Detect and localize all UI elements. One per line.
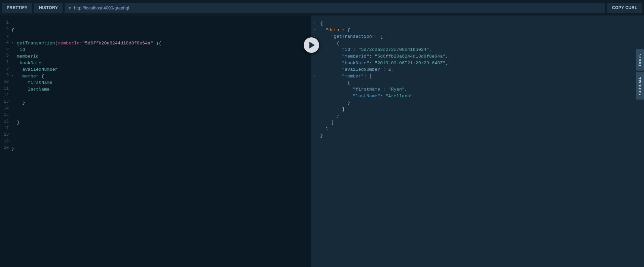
result-line: { xyxy=(320,79,448,86)
result-line: } xyxy=(320,99,448,106)
fold-marker-icon xyxy=(311,126,318,133)
line-number: 12 xyxy=(0,93,10,100)
code-line[interactable] xyxy=(11,139,311,146)
result-line: "lastName": "Arellano" xyxy=(320,93,448,100)
line-number: 20 xyxy=(0,145,10,152)
fold-marker-icon xyxy=(311,106,318,113)
code-line[interactable]: } xyxy=(11,119,311,126)
fold-marker-icon xyxy=(311,99,318,106)
code-line[interactable]: id xyxy=(11,46,311,53)
code-line[interactable] xyxy=(11,132,311,139)
result-pane: ▾▾▾▾▾ { "data": { "getTransaction": [ { … xyxy=(311,15,644,267)
status-dot-icon xyxy=(69,7,71,9)
fold-marker-icon xyxy=(311,86,318,93)
main-area: 12▾34▾56789▾1011121314151617181920 { get… xyxy=(0,15,644,267)
line-number: 1 xyxy=(0,20,10,27)
result-line: { xyxy=(320,20,448,27)
result-line: "firstName": "Ryan", xyxy=(320,86,448,93)
fold-marker-icon xyxy=(311,112,318,119)
code-line[interactable]: } xyxy=(11,99,311,106)
line-number: 18 xyxy=(0,132,10,139)
result-line: ] xyxy=(320,119,448,126)
line-number: 4▾ xyxy=(0,40,10,47)
code-line[interactable]: member { xyxy=(11,73,311,80)
history-button[interactable]: HISTORY xyxy=(34,3,63,13)
result-line: } xyxy=(320,132,448,139)
prettify-button[interactable]: PRETTIFY xyxy=(2,3,32,13)
fold-marker-icon xyxy=(311,60,318,67)
fold-marker-icon xyxy=(311,53,318,60)
result-line: "id": "5d72cda3c272c700041bb024", xyxy=(320,46,448,53)
code-line[interactable]: firstName xyxy=(11,79,311,86)
code-line[interactable] xyxy=(11,126,311,133)
fold-marker-icon[interactable]: ▾ xyxy=(311,20,318,27)
line-gutter: 12▾34▾56789▾1011121314151617181920 xyxy=(0,20,10,152)
line-number: 13 xyxy=(0,99,10,106)
result-line: } xyxy=(320,112,448,119)
result-line: "availedNumber": 2, xyxy=(320,66,448,73)
fold-marker-icon xyxy=(311,132,318,139)
side-tabs: DOCS SCHEMA xyxy=(636,49,644,99)
line-number: 8 xyxy=(0,66,10,73)
fold-marker-icon xyxy=(311,119,318,126)
result-code[interactable]: { "data": { "getTransaction": [ { "id": … xyxy=(320,20,448,139)
code-line[interactable]: memberId xyxy=(11,53,311,60)
fold-marker-icon[interactable]: ▾ xyxy=(311,27,318,34)
line-number: 5 xyxy=(0,46,10,53)
result-line: "getTransaction": [ xyxy=(320,33,448,40)
docs-tab[interactable]: DOCS xyxy=(636,49,644,71)
toolbar: PRETTIFY HISTORY http://localhost:4000/g… xyxy=(0,0,644,15)
query-code[interactable]: { getTransaction(memberId:"5d6ffb20a6244… xyxy=(11,20,311,152)
url-bar[interactable]: http://localhost:4000/graphql xyxy=(65,3,605,13)
code-line[interactable] xyxy=(11,112,311,119)
fold-marker-icon xyxy=(311,79,318,86)
code-line[interactable]: lastName xyxy=(11,86,311,93)
result-line: ] xyxy=(320,106,448,113)
result-line: { xyxy=(320,40,448,47)
result-line: "data": { xyxy=(320,27,448,34)
result-line: } xyxy=(320,126,448,133)
schema-tab[interactable]: SCHEMA xyxy=(636,72,644,100)
result-line: "bookDate": "2019-09-06T21:20:29.648Z", xyxy=(320,60,448,67)
code-line[interactable]: availedNumber xyxy=(11,66,311,73)
line-number: 19 xyxy=(0,139,10,146)
code-line[interactable]: bookDate xyxy=(11,60,311,67)
copy-curl-button[interactable]: COPY CURL xyxy=(607,3,642,13)
code-line[interactable] xyxy=(11,106,311,113)
line-number: 3 xyxy=(0,33,10,40)
line-number: 2▾ xyxy=(0,27,10,34)
code-line[interactable] xyxy=(11,93,311,100)
play-icon xyxy=(309,42,315,48)
url-text: http://localhost:4000/graphql xyxy=(74,5,129,10)
code-line[interactable]: { xyxy=(11,27,311,34)
fold-marker-icon xyxy=(311,93,318,100)
line-number: 14 xyxy=(0,106,10,113)
fold-marker-icon xyxy=(311,66,318,73)
line-number: 17 xyxy=(0,126,10,133)
line-number: 6 xyxy=(0,53,10,60)
code-line[interactable]: } xyxy=(11,145,311,152)
execute-button[interactable] xyxy=(303,36,320,54)
result-line: "member": [ xyxy=(320,73,448,80)
code-line[interactable] xyxy=(11,33,311,40)
query-editor[interactable]: 12▾34▾56789▾1011121314151617181920 { get… xyxy=(0,15,311,267)
line-number: 15 xyxy=(0,112,10,119)
code-line[interactable] xyxy=(11,20,311,27)
line-number: 16 xyxy=(0,119,10,126)
line-number: 9▾ xyxy=(0,73,10,80)
fold-marker-icon[interactable]: ▾ xyxy=(311,73,318,80)
code-line[interactable]: getTransaction(memberId:"5d6ffb20a6244d1… xyxy=(11,40,311,47)
result-line: "memberId": "5d6ffb20a6244d18d8f8e64a", xyxy=(320,53,448,60)
line-number: 7 xyxy=(0,60,10,67)
line-number: 11 xyxy=(0,86,10,93)
line-number: 10 xyxy=(0,79,10,86)
